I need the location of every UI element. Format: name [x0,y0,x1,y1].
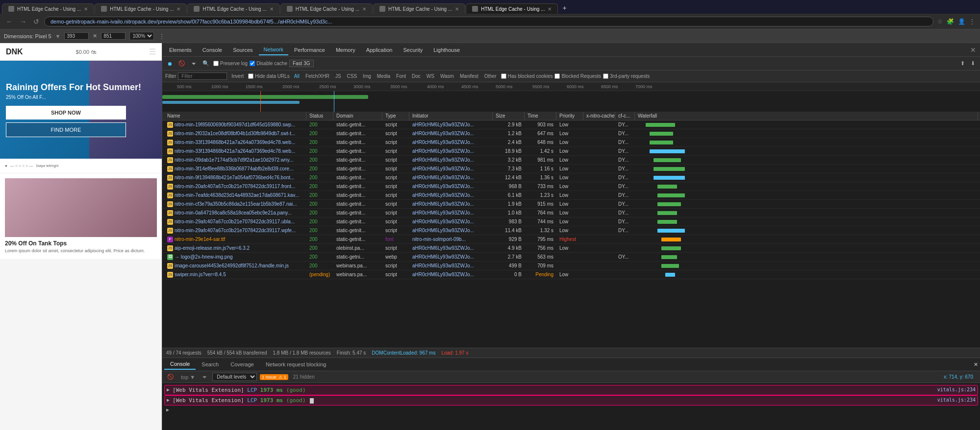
table-row[interactable]: JS nitro-min-33f1394868b421a7a264a07369e… [162,147,980,156]
console-filter-button[interactable]: ⏷ [200,373,209,381]
bookmark-icon[interactable]: ☆ [936,17,944,26]
tab-close-4[interactable]: ✕ [362,6,366,12]
blocked-requests-checkbox[interactable]: Blocked Requests [554,73,601,79]
tab-5[interactable]: HTML Edge Cache - Using ... ✕ [373,3,465,14]
filter-font[interactable]: Font [394,73,408,79]
tab-2[interactable]: HTML Edge Cache - Using ... ✕ [95,3,187,14]
tab-console-bottom[interactable]: Console [164,359,196,370]
tab-performance[interactable]: Performance [289,45,330,55]
console-entry[interactable]: ▶ [164,406,978,414]
tab-close-2[interactable]: ✕ [176,6,180,12]
disable-cache-checkbox[interactable]: Disable cache [250,61,287,66]
profile-icon[interactable]: 👤 [957,17,966,26]
more-options-icon[interactable]: ⋮ [158,32,166,41]
console-source-link[interactable]: vitals.js:234 [937,397,976,403]
filter-fetch[interactable]: Fetch/XHR [303,73,332,79]
td-initiator[interactable]: aHR0cHM6Ly93w93ZWJo... [409,254,493,260]
bottom-close-button[interactable]: ✕ [974,361,978,368]
tab-close-3[interactable]: ✕ [270,6,274,12]
tab-lighthouse[interactable]: Lighthouse [428,45,465,55]
extensions-icon[interactable]: 🧩 [946,17,955,26]
tab-1[interactable]: HTML Edge Cache - Using ... ✕ [2,3,94,14]
height-input[interactable] [101,32,126,40]
preserve-log-input[interactable] [213,61,219,66]
reload-button[interactable]: ↺ [31,17,41,26]
console-expand-arrow[interactable]: ▶ [167,387,170,392]
clear-button[interactable]: 🚫 [176,59,187,68]
settings-icon[interactable]: ⋮ [968,17,976,26]
td-initiator[interactable]: aHR0cHM6Ly93w93ZWJo... [409,219,493,224]
th-cfc[interactable]: cf-c... [615,112,635,120]
tab-network-blocking[interactable]: Network request blocking [260,359,332,369]
th-name[interactable]: Name [164,112,306,120]
th-xnitro[interactable]: x-nitro-cache [583,112,615,120]
th-domain[interactable]: Domain [333,112,382,120]
tab-application[interactable]: Application [361,45,398,55]
table-row[interactable]: JS aip-emoji-release.min.js?ver=6.3.2 20… [162,244,980,253]
has-blocked-input[interactable] [501,73,506,79]
td-initiator[interactable]: aHR0cHM6Ly93w93ZWJo... [409,201,493,207]
table-row[interactable]: JS nitro-min-33f1394868b421a7a264a07369e… [162,138,980,147]
table-row[interactable]: JS nitro-min-20afc407a67cc0b21e7078422dc… [162,182,980,191]
th-initiator[interactable]: Initiator [409,112,493,120]
tab-memory[interactable]: Memory [331,45,360,55]
shop-now-button[interactable]: SHOP NOW [6,106,126,119]
tab-elements[interactable]: Elements [164,45,197,55]
table-row[interactable]: F nitro-min-29e1e4-sar.ttf 200 static-ge… [162,235,980,244]
width-input[interactable] [64,32,89,40]
table-row[interactable]: JS image-carousel4453e624992df8f7512./ha… [162,262,980,270]
table-row[interactable]: JS nitro-min-2f032a1ce08df08bf04b1d30fb9… [162,129,980,138]
td-initiator[interactable]: aHR0cHM6Ly93w93ZWJo... [409,245,493,251]
th-time[interactable]: Time [525,112,556,120]
table-row[interactable]: JS nitro-min-0a647198ca8c58a18cea05ebc9e… [162,209,980,217]
td-initiator[interactable]: aHR0cHM6Ly93w93ZWJo... [409,157,493,163]
has-blocked-checkbox[interactable]: Has blocked cookies [501,73,553,79]
table-row[interactable]: JS nitro-min-09dab1e7174af3cb7d9f2a1ae10… [162,156,980,165]
filter-js[interactable]: JS [333,73,344,79]
tab-4[interactable]: HTML Edge Cache - Using ... ✕ [280,3,373,14]
console-level-select[interactable]: Default levels [212,373,257,381]
filter-all[interactable]: All [292,73,302,79]
table-row[interactable]: JS nitro-min-29afc407a67cc0b21e7078422dc… [162,226,980,235]
td-initiator[interactable]: aHR0cHM6Ly93w93ZWJo... [409,184,493,189]
filter-css[interactable]: CSS [345,73,360,79]
filter-other[interactable]: Other [482,73,499,79]
filter-ws[interactable]: WS [424,73,437,79]
import-icon[interactable]: ⬆ [958,59,967,68]
filter-img[interactable]: Img [360,73,374,79]
record-button[interactable]: ⏺ [165,60,175,68]
third-party-checkbox[interactable]: 3rd-party requests [603,73,650,79]
th-status[interactable]: Status [306,112,333,120]
console-clear-button[interactable]: 🚫 [165,373,176,381]
console-expand-arrow[interactable]: ▶ [167,397,170,403]
console-expand-arrow[interactable]: ▶ [166,407,169,412]
table-row[interactable]: JS nitro-min-7eafdc4638d23d14a48932ae17d… [162,191,980,200]
table-row[interactable]: JS nitro-min-9f1394868b421e7a054af0736be… [162,173,980,182]
filter-manifest[interactable]: Manifest [457,73,481,79]
url-bar[interactable]: demo-getnitropack-main-ivailo.nitropack.… [44,17,933,26]
td-initiator[interactable]: aHR0cHM6Ly93w93ZWJo... [409,175,493,180]
table-row[interactable]: JS nitro-min-19f85600690bf903497d1df645d… [162,120,980,129]
table-row[interactable]: JS nitro-min-3f14ef8ee88b336b068774abfb2… [162,165,980,173]
mobile-menu-icon[interactable]: ☰ [149,47,156,56]
devtools-close-button[interactable]: ✕ [970,46,976,54]
export-icon[interactable]: ⬇ [969,59,977,68]
hide-data-urls-input[interactable] [248,73,253,79]
throttle-select[interactable]: Fast 3G [289,60,314,67]
hide-data-urls-checkbox[interactable]: Hide data URLs [248,73,290,79]
table-row[interactable]: 🖼 → logo@2x-hnew-img.png 200 static-getn… [162,253,980,262]
filter-media[interactable]: Media [375,73,393,79]
td-initiator[interactable]: aHR0cHM6Ly93w93ZWJo... [409,122,493,127]
td-initiator[interactable]: aHR0cHM6Ly93w93ZWJo... [409,131,493,136]
zoom-select[interactable]: 100% [129,32,154,40]
tab-search[interactable]: Search [196,359,225,369]
back-button[interactable]: ← [4,17,15,26]
filter-wasm[interactable]: Wasm [438,73,456,79]
th-priority[interactable]: Priority [556,112,583,120]
find-more-button[interactable]: FIND MORE [6,122,126,137]
disable-cache-input[interactable] [250,61,255,66]
th-type[interactable]: Type [382,112,409,120]
filter-toggle[interactable]: ⏷ [189,60,199,68]
tab-3[interactable]: HTML Edge Cache - Using ... ✕ [187,3,279,14]
td-initiator[interactable]: aHR0cHM6Ly93w93ZWJo... [409,166,493,171]
